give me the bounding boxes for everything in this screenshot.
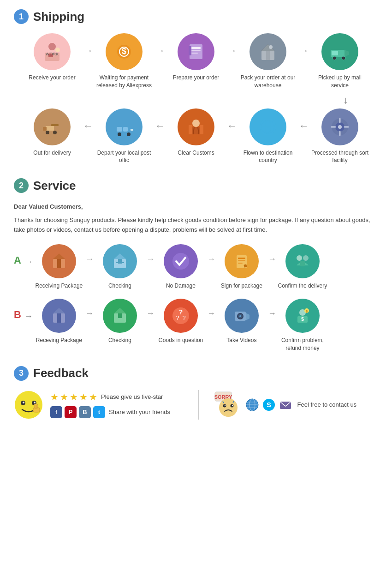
path-a-row: A → Receiving Package → Checking [14, 244, 378, 290]
svg-rect-38 [191, 127, 201, 134]
svg-rect-42 [200, 125, 203, 134]
flow-item-receive: WORK Receive your order [22, 33, 82, 82]
service-number: 2 [14, 178, 29, 193]
service-header: 2 Service [14, 178, 378, 193]
arrow-r3: ← [226, 120, 238, 132]
svg-point-29 [53, 131, 57, 134]
shipping-section: 1 Shipping WORK Receive your order → $ W… [14, 9, 378, 164]
path-b-label-3: Take Videos [226, 337, 256, 344]
pack-label: Pack your order at our warehouse [238, 74, 298, 90]
path-a-item-0: Receiving Package [34, 244, 84, 290]
service-title: Service [33, 179, 76, 193]
depart-label: Depart your local post offic [94, 149, 154, 165]
path-b-item-0: Receving Package [34, 299, 84, 344]
svg-point-107 [232, 405, 232, 406]
processed-icon [321, 108, 358, 145]
service-section: 2 Service Dear Valued Customers, Thanks … [14, 178, 378, 352]
svg-rect-57 [57, 259, 61, 268]
path-b-icon-1 [103, 299, 137, 333]
contact-text: Feel free to contact us [297, 401, 357, 408]
flow-item-flown: Flown to destination country [238, 108, 298, 165]
svg-marker-72 [53, 308, 65, 313]
star-4: ★ [79, 391, 88, 403]
path-b-item-3: Take Videos [216, 299, 267, 344]
svg-text:$: $ [306, 309, 308, 313]
arrow-r2: ← [154, 120, 166, 132]
path-a-label-1: Checking [108, 282, 131, 290]
shipping-row1: WORK Receive your order → $ Waiting for … [14, 33, 378, 90]
star-3: ★ [70, 391, 78, 403]
path-b-arr-0: → [84, 309, 95, 319]
svg-rect-22 [332, 51, 338, 55]
feedback-content: ★ ★ ★ ★ ★ Please give us five-star f P B [14, 390, 378, 420]
path-b-letter: B [14, 309, 21, 321]
shipping-row2: Out for delivery ← Depart your local pos… [14, 108, 378, 165]
svg-point-0 [48, 43, 56, 50]
arrow-r4: ← [298, 120, 310, 132]
service-body: Thanks for choosing Sunguy products. Ple… [14, 216, 378, 235]
flow-item-customs: Clear Customs [166, 108, 226, 157]
svg-rect-10 [191, 47, 201, 49]
svg-marker-85 [246, 313, 249, 320]
flow-item-pickup: Picked up by mail service [310, 33, 370, 90]
vk-icon[interactable]: B [79, 406, 91, 418]
processed-label: Processed through sort facility [310, 149, 370, 165]
flow-item-depart: Depart your local post offic [94, 108, 154, 165]
svg-rect-33 [123, 127, 128, 132]
payment-label: Waiting for payment released by Aliexpre… [94, 74, 154, 90]
svg-point-19 [269, 45, 273, 49]
flow-item-outdelivery: Out for delivery [22, 108, 82, 157]
svg-point-35 [127, 132, 131, 136]
svg-rect-13 [189, 46, 191, 55]
share-text: Share with your friends [109, 409, 170, 415]
path-a-items: Receiving Package → Checking → No Damage [34, 244, 378, 290]
path-a-item-4: Confirm the delivery [277, 244, 328, 290]
customs-icon [178, 108, 214, 145]
svg-point-106 [224, 405, 225, 406]
stars-row: ★ ★ ★ ★ ★ [50, 391, 97, 403]
svg-rect-9 [190, 44, 202, 59]
skype-icon: S [262, 398, 275, 411]
svg-text:S: S [266, 401, 271, 409]
feedback-title: Feedback [33, 366, 89, 380]
path-b-arr-2: → [206, 309, 216, 319]
path-a-arr-2: → [206, 254, 216, 264]
payment-icon: $ [106, 33, 143, 70]
svg-text:$: $ [122, 47, 126, 56]
path-a-label-2: No Damage [166, 282, 196, 290]
twitter-icon[interactable]: t [93, 406, 105, 418]
shipping-header: 1 Shipping [14, 9, 378, 24]
path-a-icon-1 [103, 244, 137, 278]
service-text: Dear Valued Customers, Thanks for choosi… [14, 202, 378, 244]
flown-label: Flown to destination country [238, 149, 298, 165]
feedback-right: SORRY [208, 390, 379, 420]
arrow3: → [226, 45, 238, 57]
svg-point-50 [338, 125, 342, 129]
arrow-down: ↓ [14, 94, 378, 106]
svg-point-95 [34, 402, 36, 403]
svg-rect-11 [191, 50, 201, 51]
flown-icon [249, 108, 286, 145]
star-2: ★ [60, 391, 68, 403]
facebook-icon[interactable]: f [50, 406, 62, 418]
path-a-icon-0 [42, 244, 76, 278]
feedback-divider [198, 390, 199, 420]
path-b-label-4: Confirm problem, refund money [277, 337, 328, 352]
svg-rect-65 [238, 260, 245, 261]
outdelivery-icon [34, 108, 71, 145]
path-b-arr-3: → [267, 309, 277, 319]
path-a-icon-4 [285, 244, 320, 278]
sorry-emoji: SORRY [213, 391, 240, 419]
path-a-arr-3: → [267, 254, 277, 264]
pickup-icon [321, 33, 358, 70]
prepare-label: Prepare your order [173, 74, 220, 82]
svg-point-69 [303, 255, 309, 261]
flow-item-pack: Pack your order at our warehouse [238, 33, 298, 90]
pinterest-icon[interactable]: P [65, 406, 77, 418]
path-b-arrow-start: → [24, 312, 34, 321]
feedback-star-col: ★ ★ ★ ★ ★ Please give us five-star f P B [50, 391, 170, 418]
svg-rect-66 [238, 263, 243, 264]
path-a-label-0: Receiving Package [36, 282, 83, 290]
path-b-item-4: $$ Confirm problem, refund money [277, 299, 328, 352]
svg-rect-27 [43, 127, 47, 131]
